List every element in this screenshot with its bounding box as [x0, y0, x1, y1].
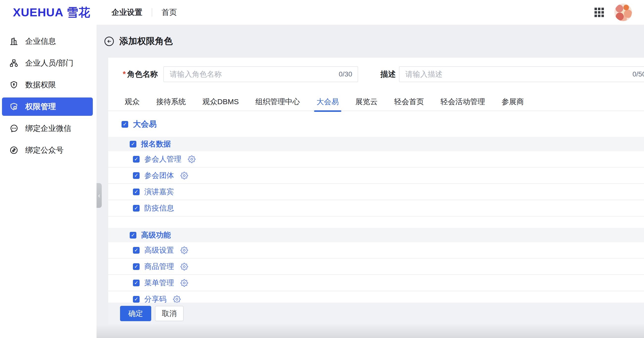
- chat-bubble-icon: [10, 124, 18, 133]
- brand-logo: XUEHUA 雪花: [13, 5, 90, 20]
- page-header: 添加权限角色: [96, 25, 644, 58]
- role-name-counter: 0/30: [339, 70, 358, 78]
- confirm-button[interactable]: 确定: [120, 306, 151, 321]
- checkbox-checked[interactable]: ✓: [133, 263, 140, 270]
- bottom-edge-shade: [96, 324, 644, 338]
- top-bar-right: [594, 4, 632, 21]
- apps-grid-icon[interactable]: [594, 8, 604, 17]
- permission-section-registration-data: ✓ 报名数据 ✓ 参会人管理 ✓ 参会团体 ✓ 演讲嘉宾 ✓ 防疫信息: [108, 137, 644, 216]
- tab-light-meeting-activity[interactable]: 轻会活动管理: [438, 95, 488, 111]
- top-bar: XUEHUA 雪花 企业设置 首页: [0, 0, 644, 25]
- root-permission-row: ✓ 大会易: [122, 119, 157, 130]
- top-nav-home[interactable]: 首页: [162, 7, 177, 18]
- checkbox-checked[interactable]: ✓: [133, 172, 140, 179]
- section-label[interactable]: 报名数据: [141, 139, 171, 149]
- permission-label[interactable]: 菜单管理: [144, 278, 174, 288]
- back-button[interactable]: [104, 36, 114, 46]
- building-icon: [10, 37, 18, 46]
- checkbox-checked[interactable]: ✓: [130, 232, 136, 238]
- checkbox-checked[interactable]: ✓: [130, 141, 136, 148]
- permission-label[interactable]: 防疫信息: [144, 203, 174, 213]
- sidebar-item-label: 绑定企业微信: [25, 123, 71, 134]
- form-row: *角色名称 0/30 描述 0/50: [108, 66, 644, 82]
- sidebar-item-people-departments[interactable]: 企业人员/部门: [2, 54, 93, 72]
- sidebar-item-label: 企业信息: [25, 36, 56, 46]
- org-chart-icon: [10, 59, 18, 68]
- nav-divider: [152, 8, 152, 16]
- sidebar-item-permission-management[interactable]: 权限管理: [2, 98, 93, 116]
- gear-icon[interactable]: [180, 246, 188, 254]
- sidebar: 企业信息 企业人员/部门 数据权限 权限管理 绑定企业微信 绑定公众号: [0, 25, 96, 338]
- sidebar-item-label: 企业人员/部门: [25, 58, 74, 68]
- section-label[interactable]: 高级功能: [141, 230, 171, 240]
- role-name-field: 0/30: [163, 66, 358, 82]
- tab-audience-dbms[interactable]: 观众DBMS: [200, 95, 241, 111]
- permission-label[interactable]: 商品管理: [144, 262, 174, 272]
- gear-icon[interactable]: [180, 263, 188, 270]
- description-counter: 0/50: [632, 70, 644, 78]
- sidebar-item-bind-wechat-work[interactable]: 绑定企业微信: [2, 119, 93, 138]
- section-header: ✓ 报名数据: [108, 137, 644, 151]
- link-circle-icon: [10, 146, 18, 155]
- tab-light-meeting-home[interactable]: 轻会首页: [392, 95, 426, 111]
- shield-lock-icon: [10, 80, 18, 89]
- top-nav: 企业设置 首页: [112, 7, 177, 18]
- form-footer: 确定 取消: [108, 302, 644, 324]
- required-asterisk: *: [123, 70, 126, 78]
- permission-label[interactable]: 参会团体: [144, 170, 174, 181]
- checkbox-checked[interactable]: ✓: [122, 121, 128, 128]
- sidebar-item-label: 数据权限: [25, 80, 56, 90]
- tab-dahuiyi[interactable]: 大会易: [314, 95, 341, 111]
- sidebar-item-data-permissions[interactable]: 数据权限: [2, 76, 93, 94]
- page-title: 添加权限角色: [119, 35, 173, 47]
- permission-label[interactable]: 高级设置: [144, 245, 174, 255]
- tab-exhibitor[interactable]: 参展商: [499, 95, 526, 111]
- tab-exhibition-cloud[interactable]: 展览云: [353, 95, 380, 111]
- checkbox-checked[interactable]: ✓: [133, 188, 140, 195]
- arrow-left-icon: [106, 38, 112, 44]
- permission-label[interactable]: 参会人管理: [144, 154, 182, 164]
- gear-icon[interactable]: [180, 172, 188, 180]
- checkbox-checked[interactable]: ✓: [133, 156, 140, 162]
- checkbox-checked[interactable]: ✓: [133, 296, 140, 302]
- tab-org-management-center[interactable]: 组织管理中心: [253, 95, 302, 111]
- cancel-button[interactable]: 取消: [155, 306, 184, 321]
- permission-row: ✓ 菜单管理: [108, 275, 644, 291]
- role-name-input[interactable]: [164, 67, 339, 82]
- sidebar-collapse-handle[interactable]: ‹: [96, 183, 102, 208]
- checkbox-checked[interactable]: ✓: [133, 205, 140, 212]
- role-name-label: *角色名称: [123, 69, 158, 80]
- sidebar-item-label: 绑定公众号: [25, 145, 64, 156]
- checkbox-checked[interactable]: ✓: [133, 247, 140, 254]
- root-permission-label[interactable]: 大会易: [133, 119, 157, 130]
- top-nav-enterprise-settings[interactable]: 企业设置: [112, 7, 142, 18]
- sidebar-item-company-info[interactable]: 企业信息: [2, 32, 93, 50]
- permission-row: ✓ 演讲嘉宾: [108, 184, 644, 200]
- section-header: ✓ 高级功能: [108, 228, 644, 242]
- description-field: 0/50: [399, 66, 644, 82]
- permission-row: ✓ 高级设置: [108, 242, 644, 258]
- role-form-card: *角色名称 0/30 描述 0/50 观众 接待系统 观众DBMS 组织管理中心…: [108, 58, 644, 324]
- permission-row: ✓ 参会人管理: [108, 151, 644, 168]
- description-label: 描述: [380, 69, 396, 80]
- tab-reception-system[interactable]: 接待系统: [154, 95, 188, 111]
- gear-icon[interactable]: [188, 156, 196, 163]
- permission-section-advanced-features: ✓ 高级功能 ✓ 高级设置 ✓ 商品管理 ✓ 菜单管理 ✓ 分享码: [108, 228, 644, 308]
- description-input[interactable]: [400, 67, 632, 82]
- permission-label[interactable]: 演讲嘉宾: [144, 187, 174, 197]
- tab-audience[interactable]: 观众: [122, 95, 142, 111]
- gear-icon[interactable]: [173, 296, 181, 303]
- checkbox-checked[interactable]: ✓: [133, 280, 140, 286]
- shield-gear-icon: [10, 102, 18, 111]
- permission-row: ✓ 参会团体: [108, 168, 644, 184]
- permission-row: ✓ 商品管理: [108, 258, 644, 275]
- sidebar-item-bind-official-account[interactable]: 绑定公众号: [2, 141, 93, 159]
- avatar[interactable]: [614, 4, 632, 21]
- module-tabs: 观众 接待系统 观众DBMS 组织管理中心 大会易 展览云 轻会首页 轻会活动管…: [108, 95, 644, 111]
- gear-icon[interactable]: [180, 279, 188, 287]
- permission-row: ✓ 防疫信息: [108, 200, 644, 216]
- sidebar-item-label: 权限管理: [25, 102, 56, 112]
